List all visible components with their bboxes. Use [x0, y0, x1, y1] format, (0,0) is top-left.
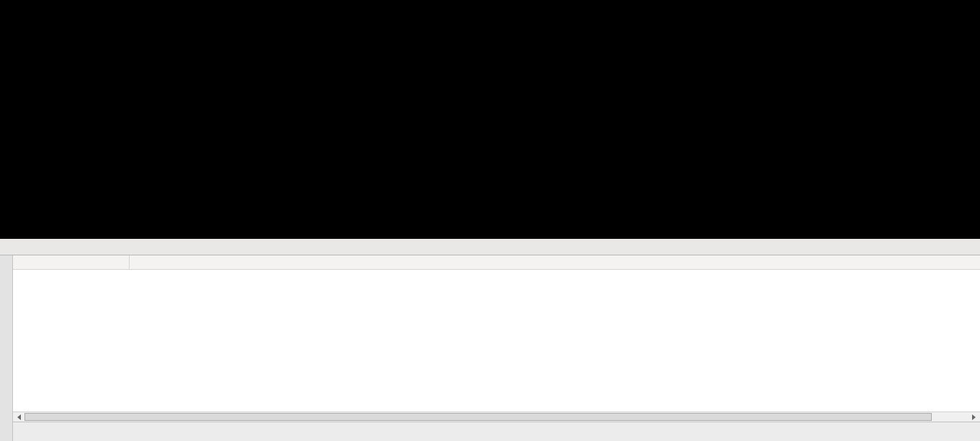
scrollbar-left-arrow-icon[interactable] — [13, 412, 24, 422]
journal-rows — [13, 270, 980, 412]
price-chart[interactable] — [0, 0, 216, 108]
close-panel-button[interactable] — [1, 258, 12, 267]
scrollbar-right-arrow-icon[interactable] — [969, 412, 980, 422]
journal-col-time[interactable] — [13, 255, 130, 269]
chart-area[interactable] — [0, 0, 980, 239]
tester-content — [13, 255, 980, 441]
journal-panel — [13, 255, 980, 422]
mt4-strategy-tester-window — [0, 0, 980, 441]
tester-tab-bar — [13, 422, 980, 441]
scrollbar-thumb[interactable] — [24, 413, 932, 421]
tester-panel — [0, 255, 980, 441]
chart-tab-bar — [0, 239, 980, 255]
journal-hscrollbar[interactable] — [13, 412, 980, 422]
scrollbar-track[interactable] — [24, 412, 969, 422]
journal-header-row — [13, 255, 980, 270]
tester-sidebar — [0, 255, 13, 441]
